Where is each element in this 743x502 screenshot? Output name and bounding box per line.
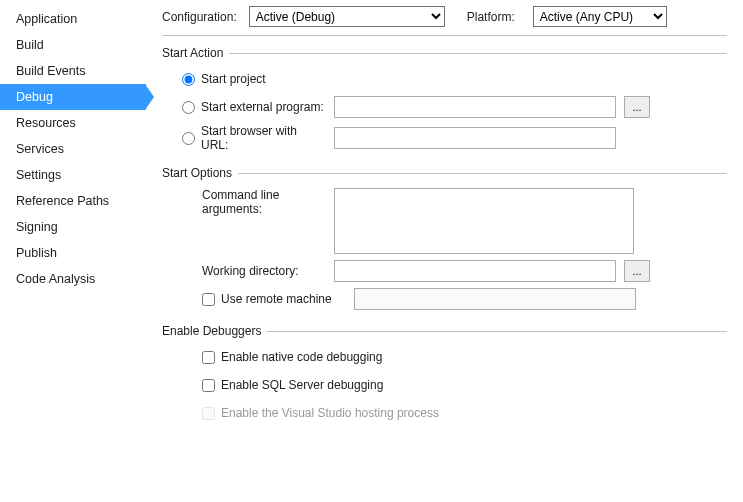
working-dir-label: Working directory:	[182, 264, 326, 278]
checkbox-native-debug-label: Enable native code debugging	[221, 350, 382, 364]
group-enable-debuggers: Enable Debuggers Enable native code debu…	[162, 324, 727, 424]
group-title-start-action: Start Action	[162, 46, 229, 60]
main-panel: Configuration: Active (Debug) Platform: …	[146, 0, 743, 502]
working-dir-input[interactable]	[334, 260, 616, 282]
divider	[162, 35, 727, 36]
sidebar: Application Build Build Events Debug Res…	[0, 0, 146, 502]
radio-start-project-label: Start project	[201, 72, 266, 86]
checkbox-native-debug-input[interactable]	[202, 351, 215, 364]
sidebar-item-build[interactable]: Build	[0, 32, 146, 58]
configuration-select[interactable]: Active (Debug)	[249, 6, 445, 27]
checkbox-native-debug[interactable]: Enable native code debugging	[182, 350, 382, 364]
checkbox-sql-debug-label: Enable SQL Server debugging	[221, 378, 383, 392]
checkbox-use-remote[interactable]: Use remote machine	[182, 292, 346, 306]
sidebar-item-debug[interactable]: Debug	[0, 84, 146, 110]
radio-start-browser-input[interactable]	[182, 132, 195, 145]
checkbox-use-remote-label: Use remote machine	[221, 292, 332, 306]
sidebar-item-reference-paths[interactable]: Reference Paths	[0, 188, 146, 214]
sidebar-item-build-events[interactable]: Build Events	[0, 58, 146, 84]
group-divider	[229, 53, 727, 54]
checkbox-sql-debug-input[interactable]	[202, 379, 215, 392]
browse-working-dir-button[interactable]: ...	[624, 260, 650, 282]
radio-start-browser[interactable]: Start browser with URL:	[182, 124, 326, 152]
browse-external-button[interactable]: ...	[624, 96, 650, 118]
radio-start-external-label: Start external program:	[201, 100, 324, 114]
group-start-options: Start Options Command line arguments: Wo…	[162, 166, 727, 310]
checkbox-hosting-process-label: Enable the Visual Studio hosting process	[221, 406, 439, 420]
radio-start-browser-label: Start browser with URL:	[201, 124, 326, 152]
sidebar-item-publish[interactable]: Publish	[0, 240, 146, 266]
sidebar-item-application[interactable]: Application	[0, 6, 146, 32]
sidebar-item-settings[interactable]: Settings	[0, 162, 146, 188]
radio-start-external-input[interactable]	[182, 101, 195, 114]
external-program-input[interactable]	[334, 96, 616, 118]
cmd-args-label: Command line arguments:	[182, 188, 326, 216]
checkbox-sql-debug[interactable]: Enable SQL Server debugging	[182, 378, 383, 392]
group-title-debuggers: Enable Debuggers	[162, 324, 267, 338]
sidebar-item-code-analysis[interactable]: Code Analysis	[0, 266, 146, 292]
platform-label: Platform:	[467, 10, 515, 24]
sidebar-item-services[interactable]: Services	[0, 136, 146, 162]
radio-start-project[interactable]: Start project	[182, 72, 266, 86]
checkbox-hosting-process-input	[202, 407, 215, 420]
group-start-action: Start Action Start project Start externa…	[162, 46, 727, 152]
group-divider	[267, 331, 727, 332]
radio-start-project-input[interactable]	[182, 73, 195, 86]
cmd-args-input[interactable]	[334, 188, 634, 254]
platform-select[interactable]: Active (Any CPU)	[533, 6, 667, 27]
browser-url-input[interactable]	[334, 127, 616, 149]
checkbox-use-remote-input[interactable]	[202, 293, 215, 306]
group-title-start-options: Start Options	[162, 166, 238, 180]
radio-start-external[interactable]: Start external program:	[182, 100, 326, 114]
group-divider	[238, 173, 727, 174]
configuration-label: Configuration:	[162, 10, 237, 24]
checkbox-hosting-process: Enable the Visual Studio hosting process	[182, 406, 439, 420]
sidebar-item-signing[interactable]: Signing	[0, 214, 146, 240]
sidebar-item-resources[interactable]: Resources	[0, 110, 146, 136]
remote-machine-input	[354, 288, 636, 310]
